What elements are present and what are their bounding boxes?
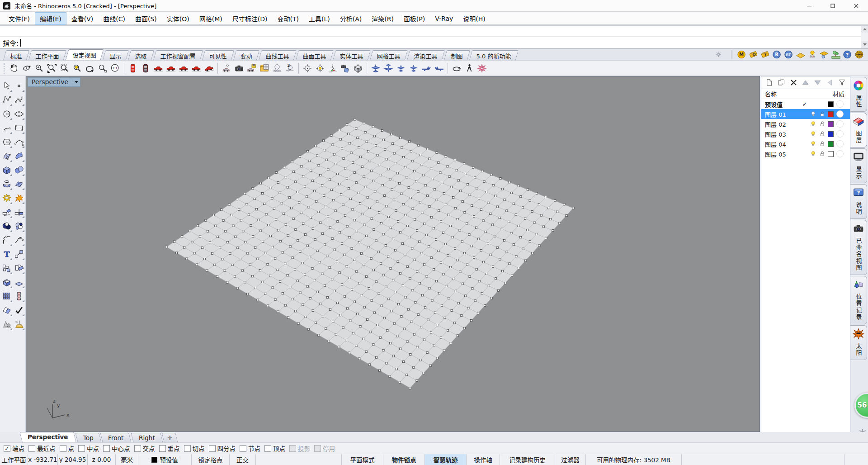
named-view-camera-icon[interactable] <box>233 62 245 75</box>
status-智慧轨迹[interactable]: 智慧轨迹 <box>425 454 467 465</box>
layer-color-swatch[interactable] <box>826 141 835 147</box>
osnap-端点[interactable]: ✓端点 <box>4 444 24 453</box>
osnap-停用[interactable]: 停用 <box>314 444 335 453</box>
view-bottom-car-icon[interactable] <box>139 62 152 75</box>
vray-sun-icon[interactable]: SUN <box>807 49 818 60</box>
panel-tab-显示[interactable]: 显示 <box>850 148 867 183</box>
status-预设值[interactable]: 预设值 <box>138 454 192 465</box>
array-rectangular-icon[interactable] <box>0 289 13 303</box>
osnap-checkbox[interactable] <box>240 445 246 452</box>
camera-location-icon[interactable] <box>314 62 326 75</box>
two-point-perspective-icon[interactable]: 2 <box>283 62 296 75</box>
layer-row-图层01[interactable]: 图层 01 <box>761 109 850 119</box>
split-icon[interactable] <box>13 205 25 219</box>
layer-lock-icon[interactable] <box>818 130 826 138</box>
panel-tab-图层[interactable]: 图层 <box>850 113 867 147</box>
toolbar-tab-显示[interactable]: 显示 <box>103 50 129 60</box>
toolbar-tab-工作视窗配置[interactable]: 工作视窗配置 <box>153 50 203 60</box>
viewport-tab-right[interactable]: Right <box>131 433 163 442</box>
control-point-curve-icon[interactable] <box>13 93 25 107</box>
perspective-sphere-icon[interactable] <box>271 62 283 75</box>
status-正交[interactable]: 正交 <box>230 454 256 465</box>
camera-target-icon[interactable] <box>301 62 314 75</box>
ellipse-icon[interactable] <box>13 107 25 121</box>
solid-sphere-icon[interactable] <box>13 163 25 177</box>
layer-lock-icon[interactable] <box>818 150 826 157</box>
arc-icon[interactable] <box>0 121 13 135</box>
view-perspective-car-icon[interactable] <box>203 62 215 75</box>
menu-v-ray[interactable]: V-Ray <box>430 13 458 24</box>
vray-rt-render-icon[interactable]: RT <box>783 49 795 60</box>
layer-material-circle[interactable] <box>836 150 844 157</box>
single-point-icon[interactable] <box>13 79 25 93</box>
new-sublayer-icon[interactable] <box>776 77 787 88</box>
zoom-1to1-icon[interactable]: 1:1 <box>109 62 122 75</box>
polyline-icon[interactable] <box>0 93 13 107</box>
toolbar-tab-制图[interactable]: 制图 <box>444 50 470 60</box>
text-object-icon[interactable]: T <box>0 247 13 261</box>
toolbar-tab-设定视图[interactable]: 设定视图 <box>66 49 104 60</box>
menu-变动t[interactable]: 变动(T) <box>272 12 303 25</box>
join-icon[interactable] <box>0 191 13 205</box>
toolbar-tab-曲面工具[interactable]: 曲面工具 <box>296 50 334 60</box>
status-记录建构历史[interactable]: 记录建构历史 <box>500 454 555 465</box>
status-锁定格点[interactable]: 锁定格点 <box>192 454 230 465</box>
layer-color-swatch[interactable] <box>826 121 835 127</box>
sun-position-icon[interactable] <box>476 62 488 75</box>
plane-top-view-icon[interactable] <box>369 62 382 75</box>
extrude-surface-icon[interactable] <box>13 275 25 289</box>
set-cplane-icon[interactable] <box>326 62 339 75</box>
layer-row-图层04[interactable]: 图层 04 <box>761 139 850 149</box>
layer-color-swatch[interactable] <box>826 131 835 137</box>
view-cube-icon[interactable] <box>352 62 364 75</box>
menu-网格m[interactable]: 网格(M) <box>194 12 227 25</box>
osnap-checkbox[interactable] <box>103 445 110 452</box>
layer-visibility-bulb-icon[interactable] <box>809 150 818 158</box>
toolbar-options-gear-icon[interactable] <box>713 49 725 60</box>
view-back-car-icon[interactable] <box>165 62 177 75</box>
zoom-window-icon[interactable] <box>46 62 58 75</box>
zoom-extents-icon[interactable] <box>58 62 71 75</box>
delete-layer-icon[interactable] <box>788 77 799 88</box>
status-毫米[interactable]: 毫米 <box>116 454 138 465</box>
vray-frame-buffer-icon[interactable]: F <box>760 49 771 60</box>
vray-help-icon[interactable]: ? <box>842 49 854 60</box>
solid-box-icon[interactable] <box>0 163 13 177</box>
layer-visibility-bulb-icon[interactable] <box>809 120 818 128</box>
toolbar-tab-选取[interactable]: 选取 <box>128 50 154 60</box>
walkabout-icon[interactable] <box>463 62 476 75</box>
layer-material-circle[interactable] <box>836 130 844 138</box>
rectangle-icon[interactable] <box>13 121 25 135</box>
circle-icon[interactable] <box>0 107 13 121</box>
check-selection-icon[interactable] <box>13 303 25 317</box>
toolbar-tab-变动[interactable]: 变动 <box>233 50 259 60</box>
surface-revolve-icon[interactable] <box>0 177 13 191</box>
status-y20495[interactable]: y 204.95 <box>58 454 88 465</box>
surface-network-icon[interactable] <box>13 177 25 191</box>
viewport-tab-perspective[interactable]: Perspective <box>19 432 76 442</box>
viewport-tab-top[interactable]: Top <box>75 433 101 442</box>
menu-说明h[interactable]: 说明(H) <box>458 12 490 25</box>
command-input[interactable]: 指令: <box>0 37 868 48</box>
osnap-checkbox[interactable] <box>184 445 191 452</box>
toolbar-tab-网格工具[interactable]: 网格工具 <box>370 50 408 60</box>
layer-material-circle[interactable] <box>836 140 844 147</box>
boolean-difference-icon[interactable] <box>13 219 25 233</box>
menu-工具l[interactable]: 工具(L) <box>304 12 335 25</box>
osnap-交点[interactable]: 交点 <box>134 444 155 453</box>
view-right-car-icon[interactable] <box>190 62 203 75</box>
pan-view-icon[interactable] <box>8 62 20 75</box>
scale-icon[interactable] <box>13 247 25 261</box>
plane-right-view-icon[interactable] <box>433 62 445 75</box>
new-viewport-tab-button[interactable]: ✛ <box>161 433 178 442</box>
osnap-中点[interactable]: 中点 <box>78 444 99 453</box>
menu-分析a[interactable]: 分析(A) <box>335 12 367 25</box>
minimize-button[interactable] <box>797 0 821 12</box>
osnap-checkbox[interactable] <box>159 445 166 452</box>
vray-compass-icon[interactable] <box>854 49 865 60</box>
spotlight-icon[interactable] <box>13 317 25 331</box>
plane-left-view-icon[interactable] <box>420 62 433 75</box>
osnap-最近点[interactable]: 最近点 <box>28 444 56 453</box>
layer-lock-icon[interactable] <box>818 110 826 118</box>
osnap-中心点[interactable]: 中心点 <box>103 444 130 453</box>
